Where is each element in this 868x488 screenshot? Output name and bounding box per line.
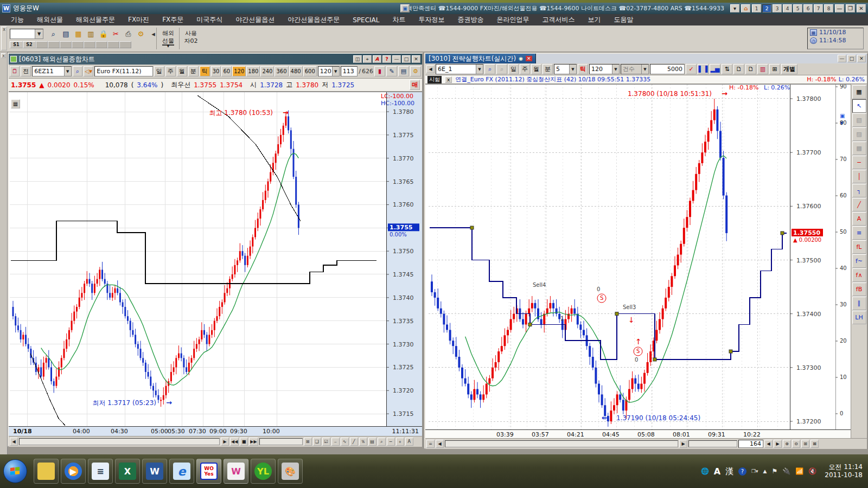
minimize-button[interactable]: —: [392, 55, 401, 63]
edit-chart-icon[interactable]: ✎: [386, 66, 397, 76]
trend-line-icon[interactable]: ╱: [852, 198, 866, 211]
period-minute-button[interactable]: 분: [542, 64, 553, 74]
restore-window-icon[interactable]: ❐▾: [751, 468, 758, 474]
ime-hanja-icon[interactable]: 漢: [725, 466, 733, 477]
chevron-down-icon[interactable]: ▾: [730, 4, 739, 12]
window-icon[interactable]: ▣: [400, 4, 410, 12]
forward-icon[interactable]: ▶▶: [249, 438, 258, 446]
taskbar-app-notepad[interactable]: ≡: [88, 459, 113, 484]
close-icon[interactable]: x: [1, 53, 6, 58]
zoom-in-button[interactable]: ＋: [396, 438, 404, 446]
auto-scale-button[interactable]: A: [405, 438, 413, 446]
group-overseas-futures-button[interactable]: 해외 선물 ▼: [158, 27, 178, 50]
tick-size-combo[interactable]: 120▼: [589, 64, 620, 74]
help-icon[interactable]: ?: [382, 55, 391, 63]
speed-slider[interactable]: [259, 438, 303, 445]
virtual-screen-6-button[interactable]: 6: [803, 4, 813, 12]
copy-window-icon[interactable]: ◫: [353, 55, 362, 63]
menu-해외선물주문[interactable]: 해외선물주문: [69, 14, 122, 25]
taskbar-app-wo-yes[interactable]: WO Yes: [196, 459, 221, 484]
quick-screen-s2-button[interactable]: S2: [23, 41, 36, 48]
app-minimize-button[interactable]: —: [835, 4, 844, 12]
quick-screen-s1-button[interactable]: S1: [10, 41, 23, 48]
menu-온라인업무[interactable]: 온라인업무: [490, 14, 536, 25]
close-panel-icon[interactable]: ⊠: [810, 440, 819, 448]
new-window-icon[interactable]: ⊞: [304, 438, 312, 446]
tick-360-button[interactable]: 360: [275, 66, 288, 76]
menu-SPECIAL[interactable]: SPECIAL: [346, 14, 386, 25]
menu-증권방송[interactable]: 증권방송: [451, 14, 490, 25]
high-low-line-icon[interactable]: LH: [852, 311, 866, 324]
menu-기능[interactable]: 기능: [4, 14, 30, 25]
doc-d-icon[interactable]: 🗋: [733, 64, 744, 74]
page-left-icon[interactable]: ◀: [764, 440, 773, 448]
taskbar-app-word[interactable]: W: [142, 459, 167, 484]
menu-FX마진[interactable]: FX마진: [122, 14, 156, 25]
printer-icon[interactable]: ⎙: [123, 28, 134, 40]
region-check-icon[interactable]: ☑: [322, 438, 330, 446]
maximize-button[interactable]: □: [402, 55, 411, 63]
zoom-area-icon[interactable]: ▧: [852, 113, 866, 127]
tick-60-button[interactable]: 60: [221, 66, 232, 76]
count-field[interactable]: 5000: [650, 64, 685, 74]
strategy-chart-svg[interactable]: 1.378001.377001.376001.375001.374001.373…: [425, 84, 851, 438]
link-icon[interactable]: ◉: [519, 56, 523, 61]
tick-180-button[interactable]: 180: [246, 66, 260, 76]
wave-tool-icon[interactable]: ∿: [341, 438, 349, 446]
h-lines-icon[interactable]: ≡: [852, 226, 866, 240]
zoom-out-icon[interactable]: ⊖: [792, 440, 800, 448]
erase-tool-icon[interactable]: ▨: [852, 127, 866, 141]
doc-r-icon[interactable]: 🗋: [745, 64, 756, 74]
scroll-right-icon[interactable]: ▶: [221, 438, 229, 446]
menu-보기[interactable]: 보기: [582, 14, 608, 25]
menu-FX주문[interactable]: FX주문: [156, 14, 190, 25]
tick-30-button[interactable]: 30: [211, 66, 221, 76]
calculator-icon[interactable]: ▦: [73, 28, 84, 40]
text-label-icon[interactable]: A: [852, 212, 866, 226]
tick-120-button[interactable]: 120: [232, 66, 246, 76]
chart-format-icon[interactable]: ▦: [852, 85, 866, 99]
virtual-screen-4-button[interactable]: 4: [783, 4, 792, 12]
save-image-icon[interactable]: ▤: [368, 438, 376, 446]
bar-chart-icon[interactable]: ▂▅: [710, 64, 720, 74]
menu-투자정보[interactable]: 투자정보: [412, 14, 451, 25]
minute-combo[interactable]: 5▼: [554, 64, 577, 74]
help-tray-icon[interactable]: ?: [738, 467, 746, 476]
percent-tool-icon[interactable]: ％: [359, 438, 367, 446]
right-window-titlebar[interactable]: [3010] 전략실행차트(실시간) ◉ ✕ — □ ✕: [425, 54, 867, 63]
virtual-screen-7-button[interactable]: 7: [814, 4, 823, 12]
taskbar-app-yl-app[interactable]: YL: [251, 459, 276, 484]
fibo-bands-icon[interactable]: fB: [852, 282, 866, 296]
grid-icon[interactable]: ⊞: [769, 64, 780, 74]
chart-grid-button[interactable]: ▦: [11, 99, 20, 108]
group-user02-button[interactable]: 사용 자02: [181, 27, 201, 50]
report-chart-icon[interactable]: ▥: [757, 64, 768, 74]
maximize-button[interactable]: □: [847, 55, 856, 62]
stop-icon[interactable]: ■: [240, 438, 248, 446]
power-plug-icon[interactable]: 🔌: [782, 467, 790, 475]
taskbar-app-paint[interactable]: 🎨: [278, 459, 303, 484]
screen-number-input[interactable]: ▼: [10, 29, 43, 39]
tab-close-icon[interactable]: ✕: [526, 56, 532, 61]
menu-야간선물옵션[interactable]: 야간선물옵션: [229, 14, 281, 25]
search-icon[interactable]: ⌕: [73, 66, 82, 76]
parallel-lines-icon[interactable]: ∥: [852, 297, 866, 310]
left-window-titlebar[interactable]: [0603] 해외선물종합차트 ◫ ⌖ A ? — □ ✕: [9, 54, 422, 65]
pin-icon[interactable]: ⌖: [363, 55, 372, 63]
font-icon[interactable]: A: [373, 55, 381, 63]
page-right-icon[interactable]: ▶: [774, 440, 782, 448]
taskbar-app-hts-w[interactable]: W: [224, 459, 248, 484]
app-close-button[interactable]: ✕: [857, 4, 866, 12]
fibo-count-icon[interactable]: fL: [852, 240, 866, 254]
collapse-icon[interactable]: ◂: [148, 28, 159, 40]
period-month-button[interactable]: 월: [177, 66, 187, 76]
period-month-button[interactable]: 월: [531, 64, 541, 74]
app-restore-button[interactable]: ❐: [846, 4, 855, 12]
bar-index-field[interactable]: 113: [341, 66, 358, 76]
gear-icon[interactable]: ⚙: [135, 28, 146, 40]
lock-icon[interactable]: 🔒: [98, 28, 109, 40]
line-tool-icon[interactable]: ╱: [350, 438, 358, 446]
erase-all-icon[interactable]: ▩: [852, 142, 866, 155]
quick-chart-icon[interactable]: ▮: [374, 66, 385, 76]
zoom-in-icon[interactable]: ⊕: [783, 440, 791, 448]
